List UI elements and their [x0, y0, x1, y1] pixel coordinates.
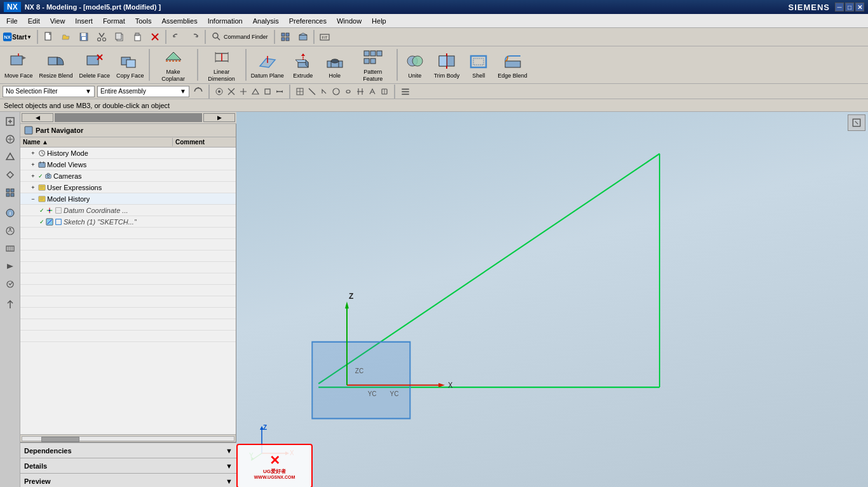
viewport-fullscreen[interactable] — [848, 114, 865, 131]
view-btn-e[interactable] — [342, 86, 354, 97]
hscroll-thumb[interactable] — [41, 437, 79, 442]
view-btn-a[interactable] — [294, 86, 306, 97]
restore-button[interactable]: □ — [845, 3, 854, 11]
menu-edit[interactable]: Edit — [23, 16, 45, 26]
menu-information[interactable]: Information — [203, 16, 248, 26]
nx-logo: NX — [4, 2, 21, 12]
preview-panel[interactable]: Preview ▼ — [20, 473, 236, 487]
menu-format[interactable]: Format — [98, 16, 130, 26]
tree-row-history-mode[interactable]: + History Mode — [20, 147, 236, 159]
menu-window[interactable]: Window — [332, 16, 367, 26]
linear-dim-button[interactable]: Linear Dimension — [200, 47, 244, 83]
datum-plane-button[interactable]: Datum Plane — [248, 47, 287, 83]
tree-row-model-history[interactable]: − Model History — [20, 193, 236, 205]
start-button[interactable]: NX Start ▼ — [1, 29, 33, 45]
svg-rect-24 — [11, 56, 22, 65]
sidebar-btn-6[interactable]: i — [2, 205, 18, 221]
sidebar-btn-10[interactable] — [2, 276, 18, 292]
copy-button[interactable] — [111, 29, 128, 45]
snap-btn3[interactable] — [238, 86, 249, 97]
view-btn-f[interactable] — [355, 86, 366, 97]
cut-button[interactable] — [93, 29, 111, 45]
view-btn-b[interactable] — [306, 86, 318, 97]
minimize-button[interactable]: ─ — [835, 3, 844, 11]
sel-sep2 — [289, 85, 290, 99]
expand-model-views[interactable]: + — [29, 161, 37, 168]
copy-face-button[interactable]: Copy Face — [113, 47, 147, 83]
details-panel[interactable]: Details ▼ — [20, 458, 236, 473]
menu-view[interactable]: View — [45, 16, 71, 26]
unite-button[interactable]: Unite — [399, 47, 431, 83]
snap-btn1[interactable] — [214, 86, 225, 97]
svg-point-106 — [7, 281, 13, 287]
paste-button[interactable] — [128, 29, 146, 45]
sidebar-btn-8[interactable] — [2, 240, 18, 257]
sidebar-btn-3[interactable] — [2, 149, 18, 165]
new-button[interactable] — [39, 29, 57, 45]
resize-blend-button[interactable]: Resize Blend — [36, 47, 76, 83]
make-coplanar-button[interactable]: Make Coplanar — [151, 47, 196, 83]
view-btn2[interactable] — [294, 29, 312, 45]
delete-face-button[interactable]: Delete Face — [76, 47, 114, 83]
menu-analysis[interactable]: Analysis — [248, 16, 284, 26]
sidebar-btn-2[interactable] — [2, 131, 18, 147]
snap-btn4[interactable] — [250, 86, 261, 97]
move-face-button[interactable]: Move Face — [1, 47, 36, 83]
view-btn-h[interactable] — [379, 86, 390, 97]
command-finder-button[interactable]: Command Finder — [207, 29, 273, 45]
undo-button[interactable] — [168, 29, 186, 45]
open-button[interactable] — [57, 29, 75, 45]
selection-filter-dropdown[interactable]: No Selection Filter ▼ — [3, 86, 95, 97]
view-btn-g[interactable] — [367, 86, 378, 97]
nav-scroll-track[interactable] — [55, 113, 202, 122]
view-btn1[interactable] — [276, 29, 294, 45]
expand-cameras[interactable]: + — [29, 172, 37, 180]
save-button[interactable] — [75, 29, 93, 45]
snap-btn5[interactable] — [262, 86, 273, 97]
menu-preferences[interactable]: Preferences — [284, 16, 332, 26]
trim-body-button[interactable]: Trim Body — [431, 47, 463, 83]
menu-insert[interactable]: Insert — [70, 16, 98, 26]
menu-file[interactable]: File — [1, 16, 23, 26]
viewport[interactable]: Z X ZC YC YC Z X Y — [236, 112, 868, 487]
expand-history-mode[interactable]: + — [29, 149, 37, 157]
sidebar-btn-11[interactable] — [2, 296, 18, 313]
delete-button[interactable] — [146, 29, 164, 45]
snap-btn6[interactable] — [274, 86, 285, 97]
close-button[interactable]: ✕ — [855, 3, 864, 11]
redo-button[interactable] — [186, 29, 203, 45]
zoom-fit-btn[interactable]: FIT — [316, 29, 334, 45]
tree-row-user-expressions[interactable]: + User Expressions — [20, 182, 236, 193]
tree-row-model-views[interactable]: + Model Views — [20, 159, 236, 170]
watermark: ✕ UG爱好者 WWW.UGSNX.COM — [236, 444, 313, 487]
nav-scroll-left[interactable]: ◀ — [22, 113, 53, 122]
menu-help[interactable]: Help — [367, 16, 391, 26]
more-btn[interactable] — [399, 83, 412, 100]
sidebar-btn-7[interactable] — [2, 223, 18, 239]
expand-model-history[interactable]: − — [29, 195, 37, 203]
assembly-dropdown[interactable]: Entire Assembly ▼ — [97, 86, 189, 97]
sidebar-btn-4[interactable] — [2, 167, 18, 183]
sidebar-btn-5[interactable] — [2, 184, 18, 201]
shell-button[interactable]: Shell — [463, 47, 494, 83]
expand-user-expressions[interactable]: + — [29, 184, 37, 191]
view-btn-c[interactable] — [318, 86, 330, 97]
cameras-check: ✓ — [38, 173, 43, 179]
extrude-button[interactable]: Extrude — [287, 47, 319, 83]
dependencies-panel[interactable]: Dependencies ▼ — [20, 442, 236, 458]
view-btn-d[interactable] — [330, 86, 342, 97]
pattern-feature-button[interactable]: Pattern Feature — [351, 47, 395, 83]
tree-row-datum-coord[interactable]: ✓ Datum Coordinate ... — [20, 205, 236, 216]
menu-tools[interactable]: Tools — [130, 16, 157, 26]
menu-assemblies[interactable]: Assemblies — [156, 16, 202, 26]
tree-row-cameras[interactable]: + ✓ Cameras — [20, 170, 236, 182]
filter-reset-button[interactable] — [192, 85, 205, 98]
hole-button[interactable]: Hole — [319, 47, 351, 83]
tree-row-sketch[interactable]: ✓ Sketch (1) "SKETCH..." — [20, 216, 236, 228]
edge-blend-button[interactable]: Edge Blend — [494, 47, 531, 83]
hscroll-track[interactable] — [22, 436, 234, 441]
snap-btn2[interactable] — [226, 86, 237, 97]
sidebar-btn-1[interactable] — [2, 113, 18, 130]
sidebar-btn-9[interactable] — [2, 258, 18, 275]
nav-scroll-right[interactable]: ▶ — [203, 113, 235, 122]
